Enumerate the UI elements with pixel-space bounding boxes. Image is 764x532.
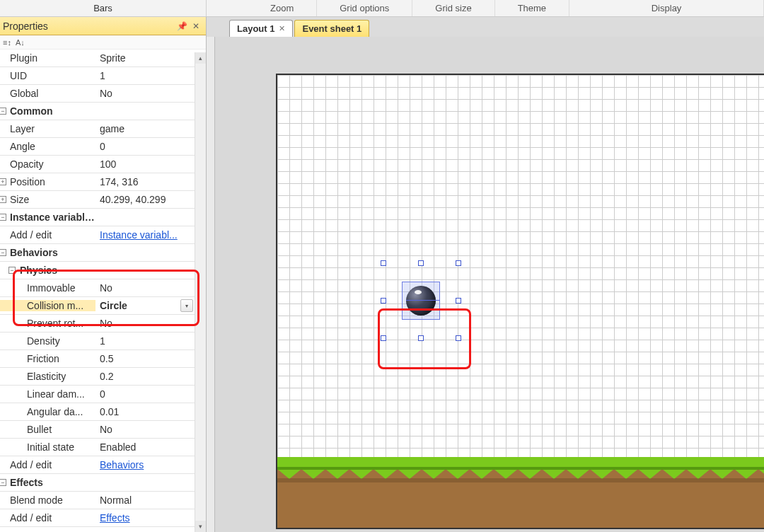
menu-item-display[interactable]: Display <box>569 0 764 16</box>
prop-prevent-rotation: Prevent rot... No <box>0 315 206 332</box>
prop-angular-damping-label: Angular da... <box>0 406 96 417</box>
collapse-icon[interactable]: − <box>0 108 6 115</box>
sort-az-icon[interactable]: A↓ <box>16 38 25 47</box>
workspace: Layout 1 ✕ Event sheet 1 <box>207 17 764 532</box>
section-common[interactable]: − Common <box>0 103 206 120</box>
prop-position-value[interactable]: 174, 316 <box>96 176 206 187</box>
scroll-down-icon[interactable]: ▾ <box>195 521 206 532</box>
prop-addedit-label: Add / edit <box>0 459 96 470</box>
resize-handle-ne[interactable] <box>456 260 461 266</box>
resize-handle-n[interactable] <box>418 260 424 266</box>
layout-area[interactable] <box>277 75 764 528</box>
properties-panel: Properties 📌 ✕ ≡↕ A↓ Plugin Sprite UID 1… <box>0 17 207 532</box>
effects-link[interactable]: Effects <box>96 512 206 524</box>
resize-handle-sw[interactable] <box>381 335 386 341</box>
menu-item-grid-options[interactable]: Grid options <box>317 0 412 16</box>
properties-scrollbar[interactable]: ▴ ▾ <box>195 52 206 532</box>
expand-icon[interactable]: + <box>0 178 6 185</box>
prop-blend-mode-value[interactable]: Normal <box>96 495 206 506</box>
prop-addedit-instvars: Add / edit Instance variabl... <box>0 226 206 244</box>
close-icon[interactable]: ✕ <box>190 21 202 32</box>
prop-friction-label: Friction <box>0 353 96 364</box>
prop-global-value[interactable]: No <box>96 88 206 99</box>
categorize-icon[interactable]: ≡↕ <box>3 38 11 47</box>
menu-item-bars[interactable]: Bars <box>0 0 207 16</box>
prop-angular-damping-value[interactable]: 0.01 <box>96 406 206 417</box>
prop-plugin-value[interactable]: Sprite <box>96 52 206 64</box>
resize-handle-se[interactable] <box>456 335 461 341</box>
prop-linear-damping-value[interactable]: 0 <box>96 388 206 400</box>
section-effects[interactable]: − Effects <box>0 474 206 492</box>
properties-list: Plugin Sprite UID 1 Global No − Common L… <box>0 50 206 532</box>
expand-icon[interactable]: + <box>0 196 6 203</box>
prop-immovable: Immovable No <box>0 279 206 297</box>
prop-addedit-label: Add / edit <box>0 229 96 241</box>
prop-elasticity: Elasticity 0.2 <box>0 368 206 386</box>
prop-global-label: Global <box>0 88 96 99</box>
section-instance-variables[interactable]: − Instance variables <box>0 209 206 226</box>
prop-bullet-label: Bullet <box>0 424 96 435</box>
collapse-icon[interactable]: − <box>0 214 6 221</box>
ball-sprite[interactable] <box>406 286 436 316</box>
prop-addedit-behaviors: Add / edit Behaviors <box>0 456 206 474</box>
resize-handle-nw[interactable] <box>381 260 386 266</box>
prop-initial-state-value[interactable]: Enabled <box>96 441 206 453</box>
prop-opacity-value[interactable]: 100 <box>96 158 206 170</box>
prop-angle-label: Angle <box>0 141 96 152</box>
resize-handle-s[interactable] <box>418 335 424 341</box>
scroll-up-icon[interactable]: ▴ <box>195 52 206 64</box>
prop-initial-state: Initial state Enabled <box>0 439 206 456</box>
prop-blend-mode: Blend mode Normal <box>0 492 206 509</box>
prop-layer-value[interactable]: game <box>96 123 206 134</box>
prop-density-value[interactable]: 1 <box>96 335 206 347</box>
prop-linear-damping: Linear dam... 0 <box>0 386 206 403</box>
prop-angular-damping: Angular da... 0.01 <box>0 403 206 421</box>
tab-layout-1[interactable]: Layout 1 ✕ <box>229 20 293 37</box>
selected-sprite-ball[interactable] <box>406 286 436 316</box>
prop-size: + Size 40.299, 40.299 <box>0 191 206 209</box>
close-icon[interactable]: ✕ <box>279 24 285 33</box>
collapse-icon[interactable]: − <box>0 249 6 256</box>
prop-opacity: Opacity 100 <box>0 156 206 173</box>
properties-header: Properties 📌 ✕ <box>0 17 206 35</box>
ground-tiles[interactable] <box>277 457 764 528</box>
prop-immovable-value[interactable]: No <box>96 282 206 294</box>
prop-bullet: Bullet No <box>0 421 206 439</box>
resize-handle-w[interactable] <box>381 298 386 303</box>
menu-item-zoom[interactable]: Zoom <box>207 0 317 16</box>
layout-canvas[interactable] <box>207 37 764 532</box>
prop-friction-value[interactable]: 0.5 <box>96 353 206 364</box>
prop-uid-value: 1 <box>96 70 206 81</box>
behaviors-link[interactable]: Behaviors <box>96 459 206 470</box>
properties-title: Properties <box>3 21 173 32</box>
instance-variables-link[interactable]: Instance variabl... <box>96 229 206 241</box>
canvas-ruler <box>207 37 215 532</box>
prop-bullet-value[interactable]: No <box>96 424 206 435</box>
menu-item-theme[interactable]: Theme <box>495 0 569 16</box>
menu-item-grid-size[interactable]: Grid size <box>412 0 494 16</box>
collapse-icon[interactable]: − <box>0 479 6 486</box>
prop-angle-value[interactable]: 0 <box>96 141 206 152</box>
prop-global: Global No <box>0 85 206 103</box>
prop-initial-state-label: Initial state <box>0 441 96 453</box>
prop-size-value[interactable]: 40.299, 40.299 <box>96 194 206 205</box>
tab-event-sheet-1-label: Event sheet 1 <box>302 23 361 34</box>
tab-event-sheet-1[interactable]: Event sheet 1 <box>294 20 369 37</box>
prop-addedit-effects: Add / edit Effects <box>0 509 206 527</box>
section-physics[interactable]: − Physics <box>0 262 206 279</box>
collapse-icon[interactable]: − <box>8 267 16 274</box>
prop-position-label: Position <box>0 176 96 187</box>
prop-uid: UID 1 <box>0 67 206 85</box>
prop-elasticity-value[interactable]: 0.2 <box>96 371 206 382</box>
prop-collision-mask-label: Collision m... <box>0 300 96 311</box>
prop-uid-label: UID <box>0 70 96 81</box>
prop-density-label: Density <box>0 335 96 347</box>
resize-handle-e[interactable] <box>456 298 461 303</box>
pin-icon[interactable]: 📌 <box>176 21 187 32</box>
section-behaviors[interactable]: − Behaviors <box>0 244 206 262</box>
properties-toolbar: ≡↕ A↓ <box>0 35 206 50</box>
section-behaviors-label: Behaviors <box>0 247 96 258</box>
prop-prevent-rotation-value[interactable]: No <box>96 318 206 329</box>
prop-immovable-label: Immovable <box>0 282 96 294</box>
dropdown-icon[interactable]: ▾ <box>180 299 193 312</box>
